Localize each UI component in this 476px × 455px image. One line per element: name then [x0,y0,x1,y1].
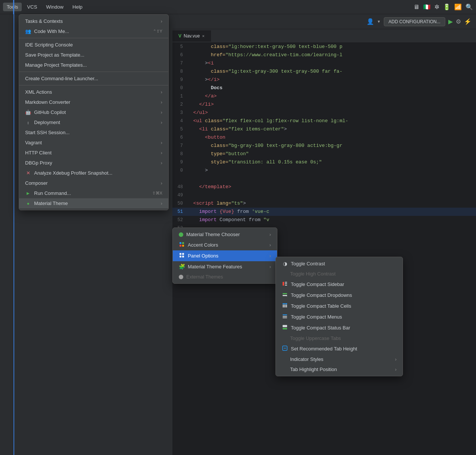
code-line: 9 ></i> [172,76,476,84]
copilot-icon: 🤖 [25,109,31,115]
code-line: 51 import {Vue} from 'vue-c [172,208,476,216]
menu-item-code-with-me[interactable]: 👥 Code With Me... ⌃⇧Y [19,26,168,36]
tab-height-icon [282,346,288,352]
menu-item-compact-table[interactable]: Toggle Compact Table Cells [276,301,403,311]
svg-rect-16 [283,305,287,306]
compact-dropdowns-icon [282,292,288,298]
menu-item-save-template[interactable]: Save Project as Template... [19,50,168,60]
run-command-shortcut: ⇧⌘X [152,191,162,196]
manage-templates-label: Manage Project Templates... [25,62,87,68]
icon-search[interactable]: 🔍 [466,3,473,10]
menu-item-deployment[interactable]: ↕ Deployment › [19,117,168,127]
svg-rect-0 [180,242,181,244]
tab-close-button[interactable]: × [202,34,204,38]
menu-item-compact-menus[interactable]: Toggle Compact Menus [276,311,403,322]
menu-item-compact-sidebar[interactable]: Toggle Compact Sidebar [276,279,403,290]
menu-item-run-command[interactable]: ▶ Run Command... ⇧⌘X [19,188,168,198]
compact-table-label: Toggle Compact Table Cells [291,303,351,309]
compact-sidebar-label: Toggle Compact Sidebar [291,281,344,287]
menu-item-http[interactable]: HTTP Client › [19,148,168,158]
tab-highlight-arrow: › [395,367,397,372]
toolbar-gear-icon[interactable]: ⚙ [456,18,461,25]
menu-item-ide-scripting[interactable]: IDE Scripting Console [19,40,168,50]
ssh-label: Start SSH Session... [25,130,70,135]
code-with-me-label: Code With Me... [34,28,69,34]
code-line: 49 [172,191,476,199]
menu-item-material-theme[interactable]: ● Material Theme › [19,198,168,208]
menu-item-ssh[interactable]: Start SSH Session... [19,127,168,138]
vagrant-arrow: › [161,140,162,145]
menu-help[interactable]: Help [69,3,86,11]
deployment-icon: ↕ [25,120,31,125]
separator [19,85,168,85]
panel-options-icon [179,253,185,259]
icon-wifi: 📶 [454,3,462,10]
menu-item-compact-status[interactable]: Toggle Compact Status Bar [276,322,403,333]
code-line: 1 </a> [172,92,476,100]
material-theme-label: Material Theme [34,201,68,206]
save-template-label: Save Project as Template... [25,52,84,58]
uppercase-tabs-label: Toggle Uppercase Tabs [290,335,341,341]
menu-item-composer[interactable]: Composer › [19,178,168,188]
menu-item-tab-height[interactable]: Set Recommended Tab Height [276,343,403,354]
menu-item-toggle-contrast[interactable]: ◑ Toggle Contrast [276,259,403,269]
toolbar-extra-icon[interactable]: ⚡ [464,18,472,25]
accent-colors-label: Accent Colors [188,242,218,248]
markdown-arrow: › [161,99,162,105]
code-line: 7 class="bg-gray-100 text-gray-800 activ… [172,142,476,150]
code-line: 5 <li class="flex items-center"> [172,125,476,133]
xdebug-label: Analyze Xdebug Profiler Snapshot... [34,170,112,176]
deployment-arrow: › [161,120,162,125]
panel-options-arrow: › [269,253,271,259]
tab-filename: Nav.vue [184,33,200,39]
tab-highlight-label: Tab Highlight Position [290,367,337,372]
menu-window[interactable]: Window [42,3,67,11]
menu-item-indicator-styles[interactable]: Indicator Styles › [276,354,403,364]
menu-item-vagrant[interactable]: Vagrant › [19,138,168,148]
tab-bar: V Nav.vue × [172,29,476,43]
menu-vcs[interactable]: VCS [23,3,41,11]
add-configuration-button[interactable]: ADD CONFIGURATION... [384,17,445,26]
code-with-me-shortcut: ⌃⇧Y [153,29,162,34]
material-submenu: Material Theme Chooser › Accent Colors ›… [172,227,277,284]
run-command-icon: ▶ [25,191,31,195]
vue-icon: V [178,33,181,39]
nav-vue-tab[interactable]: V Nav.vue × [172,30,211,42]
code-line: 50 <script lang="ts"> [172,199,476,208]
menu-item-xml-actions[interactable]: XML Actions › [19,87,168,97]
menu-tools[interactable]: Tools [3,3,22,11]
code-line: 6 <button [172,133,476,142]
menu-item-cmdline[interactable]: Create Command-line Launcher... [19,73,168,84]
menu-item-tasks[interactable]: Tasks & Contexts › [19,16,168,26]
menu-item-dbgp[interactable]: DBGp Proxy › [19,158,168,168]
theme-chooser-icon [179,232,183,237]
menu-item-markdown[interactable]: Markdown Converter › [19,97,168,107]
http-arrow: › [161,150,162,156]
menu-item-theme-features[interactable]: 🧩 Material Theme Features › [173,261,277,272]
code-line: 9 style="transition: all 0.15s ease 0s;" [172,158,476,166]
indicator-styles-arrow: › [395,356,397,362]
menu-item-theme-chooser[interactable]: Material Theme Chooser › [173,229,277,239]
menu-item-copilot[interactable]: 🤖 GitHub Copilot › [19,107,168,117]
menu-item-xdebug[interactable]: ✕ Analyze Xdebug Profiler Snapshot... [19,168,168,178]
cmdline-label: Create Command-line Launcher... [25,76,98,81]
svg-rect-22 [283,317,287,318]
menu-item-tab-highlight[interactable]: Tab Highlight Position › [276,364,403,374]
toolbar-run-icon[interactable]: ▶ [448,18,453,25]
menu-item-accent-colors[interactable]: Accent Colors › [173,239,277,250]
code-line: 8 class="lg:text-gray-300 text-gray-500 … [172,67,476,76]
compact-status-icon [282,325,288,331]
svg-rect-13 [283,295,287,296]
panel-options-label: Panel Options [188,253,219,259]
xdebug-icon: ✕ [25,170,31,176]
menu-item-manage-templates[interactable]: Manage Project Templates... [19,60,168,70]
menu-item-compact-dropdowns[interactable]: Toggle Compact Dropdowns [276,290,403,301]
menu-item-panel-options[interactable]: Panel Options › [173,250,277,261]
material-theme-icon: ● [25,201,31,206]
deployment-label: Deployment [34,120,60,125]
svg-rect-6 [180,256,181,257]
tasks-arrow: › [161,18,162,24]
code-with-me-icon: 👥 [25,28,31,34]
vagrant-label: Vagrant [25,140,42,145]
menu-item-uppercase-tabs: Toggle Uppercase Tabs [276,333,403,343]
